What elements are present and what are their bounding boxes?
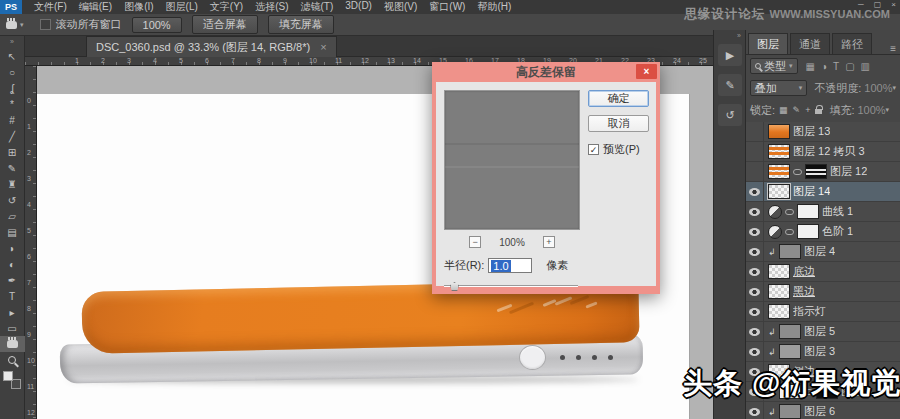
layer-row[interactable]: 图层 13 [746,122,900,142]
menu-item-0[interactable]: 文件(F) [34,0,67,14]
panel-tab-1[interactable]: 通道 [790,33,830,54]
layer-thumbnail[interactable] [779,404,801,419]
layer-thumbnail[interactable] [768,124,790,139]
layer-row[interactable]: ↲图层 5 [746,322,900,342]
visibility-toggle[interactable] [746,122,764,141]
radius-slider[interactable] [444,281,578,291]
layer-name[interactable]: 指示灯 [793,304,826,319]
pen-tool[interactable]: ✒ [0,272,25,288]
fit-screen-button[interactable]: 适合屏幕 [192,15,258,34]
path-select-tool[interactable]: ▸ [0,304,25,320]
layer-row[interactable]: ↲图层 6 [746,402,900,419]
layer-row[interactable]: 图层 14 [746,182,900,202]
panel-menu-icon[interactable]: ≡ [890,43,896,54]
lasso-tool[interactable]: ʆ [0,80,25,96]
visibility-toggle[interactable] [746,302,764,321]
lock-pixels-icon[interactable]: ✎ [793,105,801,115]
layer-row[interactable]: ↲图层 3 [746,342,900,362]
current-tool-preview[interactable]: ▾ [6,21,24,29]
healing-brush-tool[interactable]: ⊞ [0,144,25,160]
foreground-color-swatch[interactable] [3,371,13,381]
chevron-down-icon[interactable]: ▾ [892,84,896,92]
blend-mode-select[interactable]: 叠加 ▾ [750,80,807,96]
menu-item-1[interactable]: 编辑(E) [79,0,112,14]
layer-name[interactable]: 图层 13 [793,124,830,139]
filter-smart-objects-icon[interactable]: ▥ [861,61,870,72]
layer-row[interactable]: 图层 12 拷贝 3 [746,142,900,162]
layer-thumbnail[interactable] [779,244,801,259]
hand-tool[interactable] [0,336,25,352]
layer-name[interactable]: 图层 14 [793,184,830,199]
history-panel-icon[interactable]: ↺ [718,104,742,126]
vertical-ruler[interactable]: 0123456789101112 [25,66,37,419]
slider-handle[interactable] [450,282,459,291]
clone-stamp-tool[interactable]: ♜ [0,176,25,192]
cancel-button[interactable]: 取消 [588,115,649,132]
tab-close-icon[interactable]: × [320,41,326,53]
marquee-tool[interactable]: ○ [0,64,25,80]
menu-item-2[interactable]: 图像(I) [124,0,153,14]
opacity-value[interactable]: 100% [864,82,892,94]
layer-row[interactable]: ↲图层 4 [746,242,900,262]
gradient-tool[interactable]: ▤ [0,224,25,240]
history-brush-tool[interactable]: ↺ [0,192,25,208]
layer-name[interactable]: 色阶 1 [822,224,853,239]
layer-row[interactable]: 黑边 [746,282,900,302]
menu-item-3[interactable]: 图层(L) [166,0,198,14]
layer-mask-thumbnail[interactable] [797,224,819,239]
menu-item-5[interactable]: 选择(S) [255,0,288,14]
fill-screen-button[interactable]: 填充屏幕 [268,15,334,34]
visibility-toggle[interactable] [746,182,764,201]
dodge-tool[interactable]: ◐ [0,256,25,272]
zoom-100-button[interactable]: 100% [132,17,182,33]
brush-tool[interactable]: ✎ [0,160,25,176]
layer-name[interactable]: 曲线 1 [822,204,853,219]
chevron-down-icon[interactable]: ▾ [886,106,890,114]
actions-panel-icon[interactable]: ▶ [718,44,742,66]
scroll-all-windows-checkbox[interactable] [40,19,51,30]
layer-row[interactable]: 图层 12 [746,162,900,182]
panel-tab-2[interactable]: 路径 [832,33,872,54]
filter-type-dropdown[interactable]: 类型 ▾ [750,58,798,74]
visibility-toggle[interactable] [746,322,764,341]
layer-name[interactable]: 图层 3 [804,344,835,359]
layer-thumbnail[interactable] [768,304,790,319]
layer-thumbnail[interactable] [779,344,801,359]
filter-shape-layers-icon[interactable]: ▢ [845,61,854,72]
filter-type-layers-icon[interactable]: T [833,61,839,72]
layer-thumbnail[interactable] [768,164,790,179]
visibility-toggle[interactable] [746,242,764,261]
layer-name[interactable]: 图层 6 [804,404,835,419]
menu-item-6[interactable]: 滤镜(T) [301,0,334,14]
move-tool[interactable]: ↖ [0,48,25,64]
close-button[interactable]: × [891,0,896,9]
lock-all-icon[interactable] [815,109,822,114]
visibility-toggle[interactable] [746,162,764,181]
lock-position-icon[interactable]: + [805,105,810,115]
smudge-tool[interactable]: ◗ [0,240,25,256]
dock-collapse-icon[interactable]: » [737,32,741,39]
type-tool[interactable]: T [0,288,25,304]
menu-item-7[interactable]: 3D(D) [345,0,372,14]
layer-name[interactable]: 图层 4 [804,244,835,259]
zoom-out-button[interactable]: − [469,236,481,248]
layer-thumbnail[interactable] [768,284,790,299]
visibility-toggle[interactable] [746,142,764,161]
preview-checkbox[interactable]: ✓ [588,144,599,155]
filter-adjustment-layers-icon[interactable]: ◑ [821,61,827,72]
layer-thumbnail[interactable] [768,184,790,199]
document-tab[interactable]: DSC_0360.psd @ 33.3% (图层 14, RGB/8*) × [86,36,337,57]
layer-thumbnail[interactable] [768,264,790,279]
visibility-toggle[interactable] [746,282,764,301]
menu-item-4[interactable]: 文字(Y) [210,0,243,14]
fill-value[interactable]: 100% [857,104,885,116]
ok-button[interactable]: 确定 [588,90,649,107]
layer-thumbnail[interactable] [768,144,790,159]
layer-row[interactable]: 曲线 1 [746,202,900,222]
dialog-close-button[interactable]: × [636,64,657,79]
layer-name[interactable]: 黑边 [793,284,815,299]
layer-name[interactable]: 图层 12 拷贝 3 [793,144,865,159]
visibility-toggle[interactable] [746,262,764,281]
toolbar-collapse-icon[interactable]: » [10,36,14,48]
zoom-in-button[interactable]: + [543,236,555,248]
